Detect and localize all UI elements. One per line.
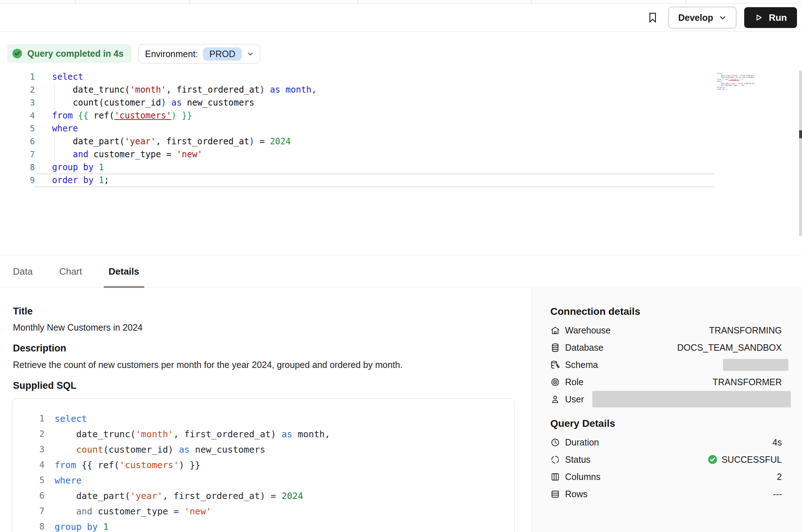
play-icon (754, 13, 764, 22)
supplied-sql-code-block: 1select2 date_trunc('month', first_order… (12, 398, 515, 532)
warehouse-icon (550, 326, 560, 335)
row-label: Warehouse (565, 325, 611, 336)
database-icon (550, 343, 560, 353)
detail-row: User (550, 391, 782, 408)
detail-row: Schema (550, 356, 782, 373)
tab-divider (357, 0, 358, 3)
connection-details-heading: Connection details (550, 306, 640, 317)
detail-row: Database DOCS_TEAM_SANDBOX (550, 339, 782, 356)
user-icon (550, 395, 560, 404)
chevron-down-icon (247, 51, 253, 57)
row-label: User (565, 394, 584, 405)
code-line: 1select (12, 411, 514, 426)
toolbar: Develop Run (0, 4, 802, 32)
check-circle-icon (11, 48, 23, 59)
detail-row: Warehouse TRANSFORMING (550, 322, 782, 339)
environment-value-badge: PROD (203, 47, 242, 61)
code-line: 7 and customer_type = 'new' (0, 148, 802, 161)
status-bar: Query completed in 4s Environment: PROD (0, 32, 802, 71)
schema-icon (550, 360, 560, 370)
window-tab-strip (0, 0, 802, 4)
line-number: 6 (0, 135, 35, 148)
row-label: Status (565, 454, 591, 465)
run-button[interactable]: Run (744, 7, 797, 28)
code-line: 2 date_trunc('month', first_ordered_at) … (0, 83, 802, 96)
develop-dropdown-button[interactable]: Develop (668, 7, 736, 28)
line-number: 8 (12, 519, 45, 532)
line-number: 5 (0, 122, 35, 135)
tab-details[interactable]: Details (109, 255, 139, 288)
line-number: 5 (12, 473, 45, 488)
duration-icon (550, 438, 560, 447)
row-value: SUCCESSFUL (722, 454, 782, 465)
row-value: 2 (777, 472, 782, 482)
description-heading: Description (13, 343, 66, 354)
query-details-heading: Query Details (550, 418, 615, 429)
line-number: 2 (12, 426, 45, 442)
row-value: 4s (773, 437, 782, 448)
title-heading: Title (13, 306, 33, 317)
title-value: Monthly New Customers in 2024 (13, 322, 143, 333)
connection-rows: Warehouse TRANSFORMING Database DOCS_TEA… (550, 322, 782, 408)
row-label: Role (565, 377, 583, 387)
row-value: --- (773, 489, 782, 499)
tab-divider (686, 0, 686, 3)
chevron-down-icon (719, 14, 727, 22)
code-line: 8group by 1 (12, 519, 514, 532)
code-line: 4from {{ ref('customers') }} (0, 109, 802, 122)
line-number: 7 (12, 504, 45, 519)
code-line: 3 count(customer_id) as new_customers (0, 96, 802, 109)
rows-icon (550, 489, 560, 499)
line-number: 4 (0, 109, 35, 122)
success-check-icon (707, 454, 718, 465)
line-number: 1 (12, 411, 45, 426)
code-line: 2 date_trunc('month', first_ordered_at) … (12, 426, 514, 442)
line-number: 1 (0, 70, 35, 83)
detail-row: Status SUCCESSFUL (550, 451, 782, 468)
editor-scrollbar-thumb[interactable] (799, 130, 802, 138)
tab-divider (75, 0, 76, 3)
code-line: 5where (12, 473, 514, 488)
environment-dropdown[interactable]: Environment: PROD (138, 44, 260, 64)
description-value: Retrieve the count of new customers per … (13, 360, 402, 370)
line-number: 3 (12, 442, 45, 457)
code-line: 7 and customer_type = 'new' (12, 504, 514, 519)
row-label: Columns (565, 472, 601, 482)
connection-details-panel: Connection details Warehouse TRANSFORMIN… (532, 288, 802, 532)
editor-minimap[interactable]: select date_trunc('month', first_ordered… (717, 73, 755, 92)
query-status-pill: Query completed in 4s (7, 44, 131, 63)
query-detail-rows: Duration 4s Status SUCCESSFUL Columns 2 … (550, 434, 782, 503)
code-line: 6 date_part('year', first_ordered_at) = … (0, 135, 802, 148)
code-line: 8group by 1 (0, 161, 802, 174)
line-number: 2 (0, 83, 35, 96)
detail-row: Columns 2 (550, 468, 782, 485)
row-value: TRANSFORMING (709, 325, 782, 336)
results-tab-bar: DataChartDetails (0, 255, 802, 288)
code-line: 6 date_part('year', first_ordered_at) = … (12, 488, 514, 504)
detail-row: Duration 4s (550, 434, 782, 451)
code-line: 4from {{ ref('customers') }} (12, 457, 514, 473)
sql-editor[interactable]: 1select2 date_trunc('month', first_order… (0, 70, 802, 192)
code-line: 5where (0, 122, 802, 135)
redacted-value (592, 391, 791, 407)
detail-row: Rows --- (550, 485, 782, 503)
develop-label: Develop (678, 13, 713, 23)
tab-chart[interactable]: Chart (59, 255, 82, 288)
columns-icon (550, 472, 560, 482)
run-label: Run (769, 12, 787, 23)
code-line: 3 count(customer_id) as new_customers (12, 442, 514, 457)
line-number: 6 (12, 488, 45, 504)
code-line: 1select (0, 70, 802, 83)
role-icon (550, 377, 560, 387)
line-number: 4 (12, 457, 45, 473)
row-label: Duration (565, 437, 599, 448)
tab-divider (531, 0, 532, 3)
row-label: Rows (565, 489, 588, 499)
tab-data[interactable]: Data (13, 255, 33, 288)
editor-scrollbar[interactable] (799, 71, 802, 236)
line-number: 9 (0, 174, 35, 187)
environment-label: Environment: (145, 49, 198, 59)
details-panel: Title Monthly New Customers in 2024 Desc… (0, 288, 532, 532)
row-label: Schema (565, 360, 598, 370)
bookmark-button[interactable] (645, 10, 661, 25)
